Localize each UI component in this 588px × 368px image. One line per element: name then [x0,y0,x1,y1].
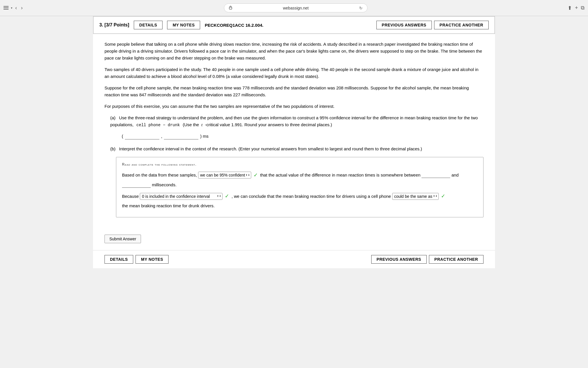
address-bar[interactable]: webassign.net ↻ [224,3,368,12]
browser-chrome: ▾ ‹ › webassign.net ↻ ⬆ + ⧉ [0,0,588,16]
details-button[interactable]: DETAILS [134,21,163,29]
answer-input-1[interactable] [125,133,159,139]
answer-line: ( , ) ms [122,133,483,140]
statement-line-1: Based on the data from these samples, we… [122,170,477,189]
part-b-label: (b) Interpret the confidence interval in… [110,145,483,152]
bottom-practice-another-button[interactable]: PRACTICE ANOTHER [429,255,483,264]
statement-line-2: Because 0 is included in the confidence … [122,191,477,210]
paragraph3: Suppose for the cell phone sample, the m… [105,85,483,98]
sidebar-toggle-button[interactable] [3,6,9,10]
part-a-label: (a) Use the three-read strategy to under… [110,114,483,128]
practice-another-button[interactable]: PRACTICE ANOTHER [434,21,489,29]
browser-controls: ▾ ‹ › [3,4,24,12]
checkmark1: ✓ [254,170,258,180]
t-symbol: t [201,122,202,127]
forward-button[interactable]: › [20,4,24,12]
critical-value-text: -critical value 1.991. Round your answer… [205,122,332,127]
part-b-block: (b) Interpret the confidence interval in… [110,145,483,217]
submit-button[interactable]: Submit Answer [105,235,141,243]
header-right-buttons: PREVIOUS ANSWERS PRACTICE ANOTHER [376,21,489,29]
statement-box: Read and complete the following statemen… [116,157,483,217]
part-a-formula: cell phone − drunk [136,123,180,127]
line2-end: the mean braking reaction time for drunk… [122,202,215,210]
previous-answers-button[interactable]: PREVIOUS ANSWERS [376,21,432,29]
dropdown2-select[interactable]: 0 is included in the confidence interval… [140,193,223,200]
reload-button[interactable]: ↻ [359,6,363,10]
dropdown2-wrapper[interactable]: 0 is included in the confidence interval… [140,192,223,200]
my-notes-button[interactable]: MY NOTES [167,21,200,29]
part-a-letter: (a) [110,115,115,120]
statement-box-title: Read and complete the following statemen… [122,162,477,167]
answer-input-2[interactable] [164,133,198,139]
share-button[interactable]: ⬆ [568,5,572,11]
part-b-instruction: Interpret the confidence interval in the… [119,146,422,151]
line2-middle: , we can conclude that the mean braking … [231,192,391,200]
answer-paren-open: ( [122,133,123,140]
paragraph2: Two samples of 40 drivers participated i… [105,66,483,80]
windows-button[interactable]: ⧉ [581,5,585,11]
dropdown3-wrapper[interactable]: could be the same as is greater than is … [392,192,439,200]
question-points: [3/7 Points] [105,22,129,27]
problem-id: PECKCOREQ1ACC 16.2.004. [205,23,372,28]
sidebar-toggle-arrow[interactable]: ▾ [11,6,12,9]
dropdown1-select[interactable]: we can be 95% confident we can be 90% co… [198,172,251,179]
answer-suffix: ) ms [200,133,208,140]
new-tab-button[interactable]: + [575,5,578,11]
submit-section: Submit Answer [93,230,495,250]
bottom-nav: DETAILS MY NOTES PREVIOUS ANSWERS PRACTI… [93,250,495,268]
browser-actions: ⬆ + ⧉ [568,5,585,11]
bottom-right-buttons: PREVIOUS ANSWERS PRACTICE ANOTHER [371,255,483,264]
svg-rect-0 [229,7,232,9]
question-number: 3. [99,22,103,27]
line2-prefix: Because [122,192,139,200]
line1-prefix: Based on the data from these samples, [122,171,197,179]
checkmark2: ✓ [225,191,229,201]
input-and[interactable] [122,182,151,188]
dropdown3-select[interactable]: could be the same as is greater than is … [392,193,439,200]
paragraph4: For purposes of this exercise, you can a… [105,103,483,110]
answer-comma: , [161,133,162,140]
input-between[interactable] [421,172,450,178]
line1-suffix: that the actual value of the difference … [260,171,420,179]
question-number-points: 3. [3/7 Points] [99,22,129,28]
dropdown1-wrapper[interactable]: we can be 95% confident we can be 90% co… [198,171,251,179]
part-a-block: (a) Use the three-read strategy to under… [110,114,483,140]
bottom-my-notes-button[interactable]: MY NOTES [136,255,169,264]
bottom-details-button[interactable]: DETAILS [105,255,133,264]
part-a-suffix: (Use the [183,122,199,127]
checkmark3: ✓ [441,191,445,201]
part-b-letter: (b) [110,146,115,151]
question-header: 3. [3/7 Points] DETAILS MY NOTES PECKCOR… [93,16,495,34]
paragraph1: Some people believe that talking on a ce… [105,41,483,62]
back-button[interactable]: ‹ [14,4,18,12]
bottom-left-buttons: DETAILS MY NOTES [105,255,169,264]
line1-and: and [451,171,459,179]
line1-end: milliseconds. [152,181,177,189]
address-bar-container: webassign.net ↻ [26,3,565,12]
bottom-previous-answers-button[interactable]: PREVIOUS ANSWERS [371,255,427,264]
url-text: webassign.net [235,6,357,10]
page-content: 3. [3/7 Points] DETAILS MY NOTES PECKCOR… [93,16,495,268]
lock-icon [229,5,232,10]
question-body: Some people believe that talking on a ce… [93,34,495,230]
